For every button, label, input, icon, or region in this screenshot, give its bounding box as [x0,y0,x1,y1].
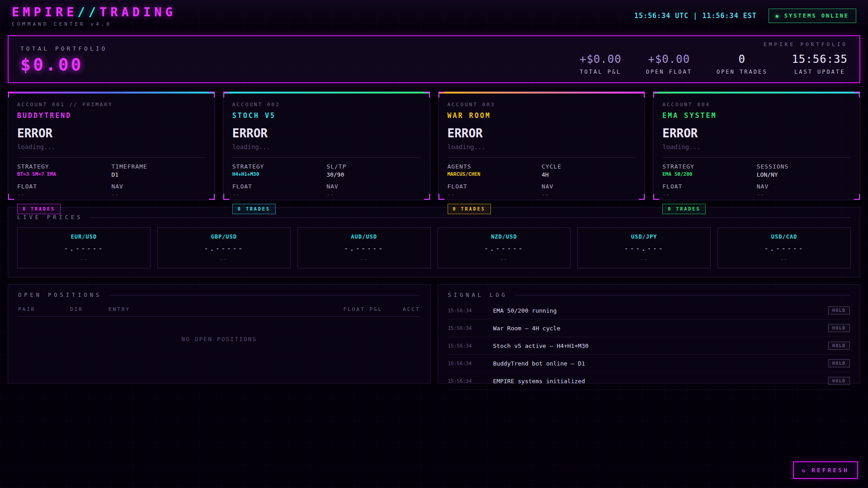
account-card-stoch-v5: ACCOUNT 002 STOCH V5 ERROR loading... ST… [223,91,430,200]
signal-row: 15:56:34 BuddyTrend bot online — D1 HOLD [448,355,850,372]
account-cards: ACCOUNT 001 // PRIMARY BUDDYTREND ERROR … [8,91,860,200]
brand: EMPIRE//TRADING COMMAND CENTER v4.0 [12,5,176,27]
column-float-pl: FLOAT P&L [343,306,382,312]
trades-count-badge: 0 TRADES [662,204,706,214]
field-label: FLOAT [232,183,326,190]
field-label: FLOAT [448,183,542,190]
hold-badge[interactable]: HOLD [828,359,850,367]
column-acct: ACCT [403,306,420,312]
pair-price: -.----- [302,244,426,253]
app-title: EMPIRE//TRADING [12,5,176,19]
field-strategy: STRATEGY H4+H1+M30 [232,163,326,178]
app-title-separator: // [78,5,100,19]
field-strategy: STRATEGY EMA 50/200 [662,163,756,178]
stat-open-trades-label: OPEN TRADES [717,69,767,75]
corner-bracket [424,194,430,200]
divider [448,157,636,158]
signal-row: 15:56:34 EMPIRE systems initialized HOLD [448,372,850,390]
corner-bracket [854,92,860,98]
stat-total-pl: +$0.00 TOTAL P&L [580,53,622,75]
account-id: ACCOUNT 003 [448,102,636,108]
portfolio-label: TOTAL PORTFOLIO [20,45,107,52]
pair-change: -- [443,256,566,262]
pair-change: -- [22,256,146,262]
corner-bracket [424,92,430,98]
refresh-label: REFRESH [811,467,849,474]
hold-badge[interactable]: HOLD [828,377,850,385]
live-prices-title: LIVE PRICES [17,214,83,221]
live-prices-panel: LIVE PRICES EUR/USD -.----- -- GBP/USD -… [8,207,860,277]
signal-message: BuddyTrend bot online — D1 [493,360,829,367]
pair-change: -- [162,256,286,262]
account-name: STOCH V5 [232,112,421,120]
price-tile-usdjpy: USD/JPY ---.--- -- [577,227,711,268]
stat-open-float: +$0.00 OPEN FLOAT [646,53,692,75]
price-tiles: EUR/USD -.----- -- GBP/USD -.----- -- AU… [17,227,851,268]
signal-log-title: SIGNAL LOG [448,292,508,298]
pair-price: -.----- [22,244,146,253]
field-float: FLOAT -- [232,183,326,198]
refresh-button[interactable]: ↻ REFRESH [793,461,858,479]
account-note: loading... [662,143,851,150]
divider [662,157,851,158]
signal-time: 15:56:34 [448,378,486,384]
corner-bracket [639,92,645,98]
divider [515,295,850,296]
price-tile-usdcad: USD/CAD -.----- -- [717,227,851,268]
pair-symbol: USD/JPY [582,234,706,240]
stat-open-float-value: +$0.00 [646,53,692,66]
status-dot-icon: ● [776,14,780,19]
positions-table-header: PAIR DIR ENTRY FLOAT P&L ACCT [18,306,420,317]
account-id: ACCOUNT 002 [232,102,421,108]
portfolio-tag: EMPIRE PORTFOLIO [764,42,848,47]
column-pair: PAIR [18,306,70,312]
account-id: ACCOUNT 001 // PRIMARY [17,102,206,108]
systems-online-badge[interactable]: ● SYSTEMS ONLINE [769,9,856,23]
signal-time: 15:56:34 [448,361,486,366]
hold-badge[interactable]: HOLD [828,324,850,332]
card-accent-bar [223,92,430,94]
stat-last-update-label: LAST UPDATE [792,69,848,75]
pair-price: -.----- [443,244,566,253]
price-tile-gbpusd: GBP/USD -.----- -- [157,227,291,268]
field-value: MARCUS/CHEN [448,171,542,177]
portfolio-total: TOTAL PORTFOLIO $0.00 [20,42,107,75]
field-label: FLOAT [17,183,111,190]
signal-time: 15:56:34 [448,308,486,314]
field-label: SL/TP [326,163,420,170]
field-label: TIMEFRAME [111,163,205,170]
signal-time: 15:56:34 [448,325,486,331]
field-label: NAV [757,183,851,190]
hold-badge[interactable]: HOLD [828,306,850,314]
field-sltp: SL/TP 30/90 [326,163,420,178]
corner-bracket [223,92,229,98]
divider [109,295,420,296]
field-value: H4+H1+M30 [232,171,326,177]
field-value: LON/NY [757,171,851,178]
corner-bracket [209,92,215,98]
field-agents: AGENTS MARCUS/CHEN [448,163,542,178]
divider [90,217,851,218]
header-right: 15:56:34 UTC | 11:56:34 EST ● SYSTEMS ON… [634,9,856,23]
account-status: ERROR [232,127,421,140]
field-sessions: SESSIONS LON/NY [757,163,851,178]
pair-symbol: NZD/USD [443,234,566,240]
field-value: 30/90 [326,171,420,178]
field-label: CYCLE [542,163,636,170]
account-name: WAR ROOM [448,112,636,120]
field-label: NAV [542,183,636,190]
field-value: BT=3 SM=7 EMA [17,171,111,177]
card-accent-bar [653,92,860,94]
positions-empty-state: NO OPEN POSITIONS [18,336,420,343]
corner-bracket [223,194,229,200]
card-accent-bar [8,92,215,94]
pair-change: -- [302,256,426,262]
signal-message: Stoch v5 active — H4+H1+M30 [493,343,829,349]
pair-price: ---.--- [582,244,706,253]
account-note: loading... [232,143,421,150]
account-status: ERROR [448,127,636,140]
field-label: STRATEGY [232,163,326,170]
hold-badge[interactable]: HOLD [828,342,850,350]
corner-bracket [439,194,444,200]
portfolio-banner: TOTAL PORTFOLIO $0.00 EMPIRE PORTFOLIO +… [8,35,860,83]
